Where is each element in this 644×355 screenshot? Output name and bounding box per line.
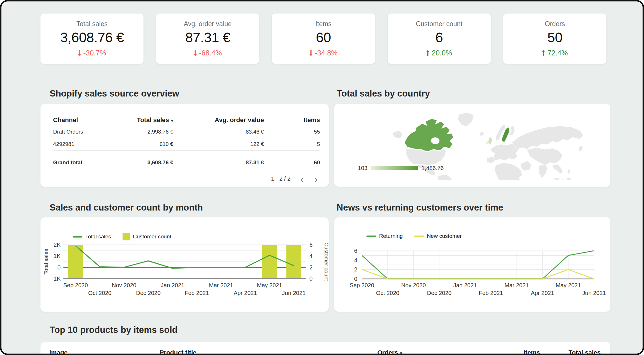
trend-arrow-icon <box>426 50 429 56</box>
legend-item-returning[interactable]: Returning <box>366 233 403 239</box>
legend-item-new-customer[interactable]: New customer <box>414 233 461 239</box>
legend-label: Total sales <box>85 234 111 240</box>
kpi-delta-value: -68.4% <box>199 49 222 57</box>
top-products-header-row: Image Product title Orders▾ Items Total … <box>49 349 601 355</box>
trend-arrow-icon <box>542 50 545 56</box>
column-header-image[interactable]: Image <box>49 349 160 355</box>
cell-items: 5 <box>264 141 320 147</box>
sales-source-title: Shopify sales source overview <box>50 88 179 99</box>
legend-item-total-sales[interactable]: Total sales <box>73 234 111 240</box>
chart-legend: Returning New customer <box>366 233 462 239</box>
customers-chart: 6420Sep 2020Oct 2020Nov 2020Dec 2020Jan … <box>334 217 610 312</box>
svg-text:4: 4 <box>354 257 357 263</box>
svg-text:Dec 2020: Dec 2020 <box>427 290 452 296</box>
svg-text:Sep 2020: Sep 2020 <box>63 282 88 288</box>
column-header-items[interactable]: Items <box>402 349 540 355</box>
table-row: Draft Orders 2,998.76 € 83.46 € 55 <box>53 126 320 138</box>
column-header-channel[interactable]: Channel <box>53 116 133 124</box>
kpi-delta-value: -30.7% <box>83 49 106 57</box>
svg-text:6: 6 <box>354 248 357 254</box>
cell-avg-order-value: 87.31 € <box>173 159 264 166</box>
top-products-panel: Image Product title Orders▾ Items Total … <box>40 342 610 355</box>
svg-text:2: 2 <box>309 264 313 271</box>
legend-label: Customer count <box>133 234 171 240</box>
svg-text:0: 0 <box>57 264 61 271</box>
table-row: 4292981 610 € 122 € 5 <box>53 138 320 151</box>
svg-text:Customer count: Customer count <box>323 242 329 281</box>
table-header-row: Channel Total sales▾ Avg. order value It… <box>53 114 320 126</box>
line-swatch-icon <box>414 236 424 237</box>
kpi-delta: 72.4% <box>542 49 568 57</box>
line-swatch-icon <box>366 236 376 237</box>
kpi-label: Customer count <box>416 20 462 28</box>
kpi-delta: -34.8% <box>309 49 337 57</box>
cell-channel: 4292981 <box>53 141 133 147</box>
kpi-value: 6 <box>435 30 443 45</box>
map-country-canada <box>405 119 453 152</box>
kpi-delta: -30.7% <box>78 49 106 57</box>
legend-max-value: 1,486.76 <box>421 165 444 171</box>
svg-text:Nov 2020: Nov 2020 <box>401 282 426 288</box>
pagination-next-button[interactable]: › <box>313 176 319 182</box>
sales-month-chart-title: Sales and customer count by month <box>50 202 203 213</box>
kpi-delta-value: 72.4% <box>547 49 568 57</box>
top-products-title: Top 10 products by items sold <box>50 325 178 335</box>
column-header-avg-order-value[interactable]: Avg. order value <box>173 116 264 124</box>
kpi-value: 3,608.76 € <box>60 30 124 45</box>
cell-avg-order-value: 122 € <box>173 141 264 147</box>
cell-total-sales: 610 € <box>133 141 173 147</box>
sales-month-chart: 2K1K0-1K6420Total salesCustomer countSep… <box>40 217 329 312</box>
svg-text:Mar 2021: Mar 2021 <box>209 282 233 288</box>
sort-arrow-icon: ▾ <box>400 351 402 355</box>
svg-text:0: 0 <box>309 275 313 282</box>
svg-text:Feb 2021: Feb 2021 <box>479 290 503 296</box>
cell-avg-order-value: 83.46 € <box>173 129 264 135</box>
svg-text:Oct 2020: Oct 2020 <box>88 290 111 296</box>
column-header-items[interactable]: Items <box>264 116 320 124</box>
svg-text:Dec 2020: Dec 2020 <box>136 290 161 296</box>
trend-arrow-icon <box>78 50 81 56</box>
kpi-value: 87.31 € <box>185 30 230 45</box>
kpi-delta-value: -34.8% <box>315 49 337 57</box>
svg-text:Jun 2021: Jun 2021 <box>282 290 306 296</box>
svg-text:Total sales: Total sales <box>43 249 49 275</box>
column-header-total-sales[interactable]: Total sales <box>540 349 601 355</box>
sales-month-chart-panel: 2K1K0-1K6420Total salesCustomer countSep… <box>40 217 329 312</box>
trend-arrow-icon <box>309 50 313 56</box>
customers-chart-title: News vs returning customers over time <box>337 202 503 213</box>
svg-text:2: 2 <box>354 266 357 273</box>
column-header-total-sales[interactable]: Total sales▾ <box>133 116 173 124</box>
legend-label: Returning <box>379 233 403 239</box>
svg-text:Feb 2021: Feb 2021 <box>185 290 209 296</box>
chart-legend: Total sales Customer count <box>73 233 171 240</box>
cell-items: 60 <box>264 159 320 166</box>
kpi-value: 60 <box>316 30 331 45</box>
kpi-delta: 20.0% <box>426 49 452 57</box>
pagination-prev-button[interactable]: ‹ <box>299 176 304 182</box>
map-country-uk <box>488 137 492 145</box>
map-color-legend: 103 1,486.76 <box>358 165 444 171</box>
kpi-card-total-sales: Total sales 3,608.76 € -30.7% <box>40 13 143 64</box>
kpi-card-avg-order-value: Avg. order value 87.31 € -68.4% <box>156 13 259 64</box>
svg-text:Jan 2021: Jan 2021 <box>453 282 477 288</box>
sales-source-panel: Channel Total sales▾ Avg. order value It… <box>40 104 329 187</box>
column-header-product-title[interactable]: Product title <box>160 349 336 355</box>
customers-chart-panel: 6420Sep 2020Oct 2020Nov 2020Dec 2020Jan … <box>334 217 610 312</box>
kpi-label: Items <box>315 20 331 28</box>
cell-channel: Grand total <box>53 159 133 166</box>
kpi-card-orders: Orders 50 72.4% <box>503 13 606 64</box>
svg-text:-1K: -1K <box>52 275 61 282</box>
cell-channel: Draft Orders <box>53 129 133 135</box>
svg-text:Nov 2020: Nov 2020 <box>112 282 136 288</box>
svg-text:Jan 2021: Jan 2021 <box>161 282 184 288</box>
legend-item-customer-count[interactable]: Customer count <box>123 233 171 240</box>
svg-text:1K: 1K <box>54 253 61 259</box>
kpi-delta-value: 20.0% <box>432 49 452 57</box>
svg-text:4: 4 <box>309 253 313 259</box>
svg-text:Jun 2021: Jun 2021 <box>582 290 606 296</box>
kpi-label: Avg. order value <box>184 20 232 28</box>
svg-text:6: 6 <box>309 242 313 248</box>
sales-by-country-title: Total sales by country <box>337 88 430 99</box>
kpi-delta: -68.4% <box>194 49 222 57</box>
column-header-orders[interactable]: Orders▾ <box>336 349 402 355</box>
